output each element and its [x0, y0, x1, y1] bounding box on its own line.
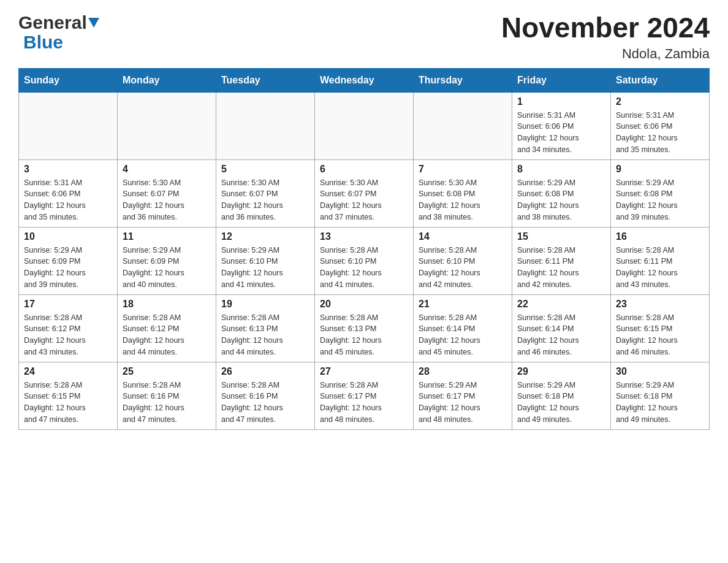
calendar-cell: 21Sunrise: 5:28 AMSunset: 6:14 PMDayligh… [414, 294, 512, 362]
weekday-header-thursday: Thursday [414, 68, 512, 92]
weekday-header-sunday: Sunday [19, 68, 118, 92]
weekday-header-saturday: Saturday [611, 68, 710, 92]
calendar-cell: 7Sunrise: 5:30 AMSunset: 6:08 PMDaylight… [414, 159, 512, 227]
calendar-cell: 13Sunrise: 5:28 AMSunset: 6:10 PMDayligh… [315, 227, 414, 294]
day-info: Sunrise: 5:28 AMSunset: 6:10 PMDaylight:… [419, 245, 507, 291]
calendar-cell: 6Sunrise: 5:30 AMSunset: 6:07 PMDaylight… [315, 159, 414, 227]
day-number: 11 [123, 231, 211, 242]
day-info: Sunrise: 5:28 AMSunset: 6:16 PMDaylight:… [123, 380, 211, 426]
calendar-cell: 15Sunrise: 5:28 AMSunset: 6:11 PMDayligh… [512, 227, 611, 294]
day-info: Sunrise: 5:30 AMSunset: 6:07 PMDaylight:… [221, 177, 309, 223]
calendar-cell: 2Sunrise: 5:31 AMSunset: 6:06 PMDaylight… [611, 92, 710, 159]
day-info: Sunrise: 5:30 AMSunset: 6:08 PMDaylight:… [419, 177, 507, 223]
weekday-header-friday: Friday [512, 68, 611, 92]
calendar-cell: 27Sunrise: 5:28 AMSunset: 6:17 PMDayligh… [315, 362, 414, 429]
week-row-3: 10Sunrise: 5:29 AMSunset: 6:09 PMDayligh… [19, 227, 710, 294]
day-info: Sunrise: 5:31 AMSunset: 6:06 PMDaylight:… [24, 177, 112, 223]
calendar-cell: 14Sunrise: 5:28 AMSunset: 6:10 PMDayligh… [414, 227, 512, 294]
day-info: Sunrise: 5:30 AMSunset: 6:07 PMDaylight:… [123, 177, 211, 223]
day-number: 3 [24, 164, 112, 175]
day-number: 1 [517, 96, 605, 107]
calendar-cell: 28Sunrise: 5:29 AMSunset: 6:17 PMDayligh… [414, 362, 512, 429]
day-number: 4 [123, 164, 211, 175]
day-number: 6 [320, 164, 408, 175]
day-info: Sunrise: 5:29 AMSunset: 6:08 PMDaylight:… [517, 177, 605, 223]
calendar-cell [118, 92, 216, 159]
calendar-cell: 24Sunrise: 5:28 AMSunset: 6:15 PMDayligh… [19, 362, 118, 429]
day-number: 30 [616, 366, 704, 377]
day-number: 10 [24, 231, 112, 242]
day-number: 21 [419, 299, 507, 310]
calendar-cell: 9Sunrise: 5:29 AMSunset: 6:08 PMDaylight… [611, 159, 710, 227]
day-number: 18 [123, 299, 211, 310]
day-info: Sunrise: 5:28 AMSunset: 6:10 PMDaylight:… [320, 245, 408, 291]
day-number: 15 [517, 231, 605, 242]
day-number: 12 [221, 231, 309, 242]
calendar-cell [315, 92, 414, 159]
day-info: Sunrise: 5:30 AMSunset: 6:07 PMDaylight:… [320, 177, 408, 223]
day-info: Sunrise: 5:29 AMSunset: 6:09 PMDaylight:… [24, 245, 112, 291]
day-number: 28 [419, 366, 507, 377]
logo-blue: Blue [23, 32, 63, 52]
weekday-header-wednesday: Wednesday [315, 68, 414, 92]
calendar-cell: 10Sunrise: 5:29 AMSunset: 6:09 PMDayligh… [19, 227, 118, 294]
day-number: 13 [320, 231, 408, 242]
day-info: Sunrise: 5:29 AMSunset: 6:17 PMDaylight:… [419, 380, 507, 426]
calendar-cell: 30Sunrise: 5:29 AMSunset: 6:18 PMDayligh… [611, 362, 710, 429]
day-number: 2 [616, 96, 704, 107]
week-row-4: 17Sunrise: 5:28 AMSunset: 6:12 PMDayligh… [19, 294, 710, 362]
calendar-cell: 26Sunrise: 5:28 AMSunset: 6:16 PMDayligh… [216, 362, 315, 429]
weekday-header-monday: Monday [118, 68, 216, 92]
day-info: Sunrise: 5:28 AMSunset: 6:15 PMDaylight:… [616, 312, 704, 358]
day-info: Sunrise: 5:28 AMSunset: 6:16 PMDaylight:… [221, 380, 309, 426]
calendar-cell: 4Sunrise: 5:30 AMSunset: 6:07 PMDaylight… [118, 159, 216, 227]
day-info: Sunrise: 5:29 AMSunset: 6:18 PMDaylight:… [517, 380, 605, 426]
calendar-cell: 18Sunrise: 5:28 AMSunset: 6:12 PMDayligh… [118, 294, 216, 362]
calendar-cell: 1Sunrise: 5:31 AMSunset: 6:06 PMDaylight… [512, 92, 611, 159]
day-number: 26 [221, 366, 309, 377]
day-info: Sunrise: 5:28 AMSunset: 6:12 PMDaylight:… [24, 312, 112, 358]
calendar-table: SundayMondayTuesdayWednesdayThursdayFrid… [18, 68, 710, 430]
day-info: Sunrise: 5:28 AMSunset: 6:12 PMDaylight:… [123, 312, 211, 358]
svg-marker-0 [88, 18, 99, 28]
day-number: 5 [221, 164, 309, 175]
day-number: 9 [616, 164, 704, 175]
calendar-cell: 3Sunrise: 5:31 AMSunset: 6:06 PMDaylight… [19, 159, 118, 227]
day-number: 14 [419, 231, 507, 242]
day-info: Sunrise: 5:31 AMSunset: 6:06 PMDaylight:… [616, 110, 704, 156]
day-info: Sunrise: 5:31 AMSunset: 6:06 PMDaylight:… [517, 110, 605, 156]
day-info: Sunrise: 5:28 AMSunset: 6:14 PMDaylight:… [419, 312, 507, 358]
day-info: Sunrise: 5:28 AMSunset: 6:11 PMDaylight:… [517, 245, 605, 291]
calendar-cell: 25Sunrise: 5:28 AMSunset: 6:16 PMDayligh… [118, 362, 216, 429]
day-number: 16 [616, 231, 704, 242]
day-info: Sunrise: 5:28 AMSunset: 6:13 PMDaylight:… [320, 312, 408, 358]
logo: General Blue [18, 12, 99, 53]
day-number: 27 [320, 366, 408, 377]
logo-general: General [18, 12, 87, 33]
calendar-cell: 11Sunrise: 5:29 AMSunset: 6:09 PMDayligh… [118, 227, 216, 294]
day-number: 25 [123, 366, 211, 377]
day-info: Sunrise: 5:29 AMSunset: 6:18 PMDaylight:… [616, 380, 704, 426]
calendar-header-row: SundayMondayTuesdayWednesdayThursdayFrid… [19, 68, 710, 92]
week-row-1: 1Sunrise: 5:31 AMSunset: 6:06 PMDaylight… [19, 92, 710, 159]
day-number: 22 [517, 299, 605, 310]
calendar-cell: 19Sunrise: 5:28 AMSunset: 6:13 PMDayligh… [216, 294, 315, 362]
day-number: 8 [517, 164, 605, 175]
logo-arrow-icon [88, 18, 99, 30]
week-row-2: 3Sunrise: 5:31 AMSunset: 6:06 PMDaylight… [19, 159, 710, 227]
calendar-cell: 12Sunrise: 5:29 AMSunset: 6:10 PMDayligh… [216, 227, 315, 294]
day-number: 29 [517, 366, 605, 377]
calendar-cell [216, 92, 315, 159]
calendar-cell: 8Sunrise: 5:29 AMSunset: 6:08 PMDaylight… [512, 159, 611, 227]
calendar-cell: 20Sunrise: 5:28 AMSunset: 6:13 PMDayligh… [315, 294, 414, 362]
day-info: Sunrise: 5:29 AMSunset: 6:08 PMDaylight:… [616, 177, 704, 223]
calendar-cell [414, 92, 512, 159]
day-info: Sunrise: 5:28 AMSunset: 6:11 PMDaylight:… [616, 245, 704, 291]
calendar-cell: 16Sunrise: 5:28 AMSunset: 6:11 PMDayligh… [611, 227, 710, 294]
calendar-cell [19, 92, 118, 159]
week-row-5: 24Sunrise: 5:28 AMSunset: 6:15 PMDayligh… [19, 362, 710, 429]
calendar-cell: 29Sunrise: 5:29 AMSunset: 6:18 PMDayligh… [512, 362, 611, 429]
calendar-cell: 5Sunrise: 5:30 AMSunset: 6:07 PMDaylight… [216, 159, 315, 227]
day-number: 24 [24, 366, 112, 377]
location-subtitle: Ndola, Zambia [501, 46, 710, 62]
